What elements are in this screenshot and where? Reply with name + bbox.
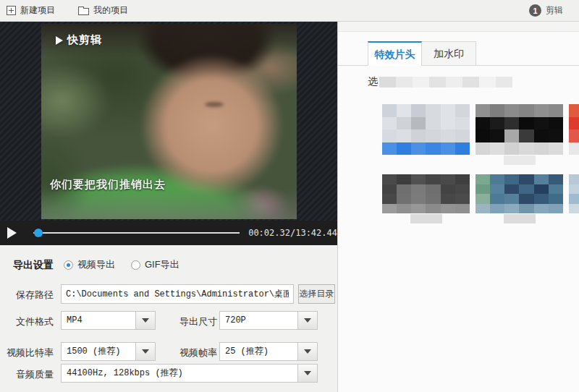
new-project-label: 新建项目 — [20, 4, 55, 17]
thumbnail-mosaic-image — [476, 174, 563, 213]
thumbnail-mosaic-image — [476, 104, 563, 155]
play-icon — [7, 227, 17, 239]
radio-gif-export[interactable]: GIF导出 — [131, 258, 179, 271]
top-bar: 新建项目 我的项目 1 剪辑 — [0, 0, 579, 22]
radio-unselected-icon — [131, 260, 140, 270]
intro-thumbnail-grid — [382, 104, 579, 223]
chevron-down-icon — [304, 318, 311, 323]
audio-quality-value: 44100Hz, 128kbps (推荐) — [62, 365, 297, 382]
save-path-label: 保存路径 — [0, 289, 54, 302]
play-logo-icon — [56, 36, 63, 45]
intro-thumbnail-6[interactable] — [569, 174, 579, 223]
audio-quality-dropdown[interactable]: 44100Hz, 128kbps (推荐) — [61, 364, 318, 383]
video-frame-detail — [205, 102, 224, 107]
step-number-badge: 1 — [529, 4, 541, 17]
export-size-dropdown[interactable]: 720P — [219, 311, 318, 330]
my-projects-button[interactable]: 我的项目 — [78, 4, 128, 17]
thumbnail-caption-mosaic — [410, 214, 442, 223]
play-button[interactable] — [0, 227, 23, 239]
video-framerate-dropdown[interactable]: 25 (推荐) — [219, 342, 318, 361]
video-bottom-gradient — [41, 189, 297, 219]
export-settings-title: 导出设置 — [0, 259, 54, 272]
export-settings-panel: 导出设置 视频导出 GIF导出 保存路径 — [0, 245, 337, 392]
thumbnail-mosaic-image — [382, 174, 470, 213]
effects-tabs: 特效片头 加水印 — [338, 41, 579, 66]
radio-selected-icon — [64, 260, 73, 270]
radio-video-label: 视频导出 — [77, 258, 115, 271]
thumbnail-mosaic-image — [569, 174, 579, 213]
intro-thumbnail-4[interactable] — [382, 174, 470, 223]
tab-watermark[interactable]: 加水印 — [422, 41, 476, 66]
player-stage: 快剪辑 你们要把我们推销出去 — [0, 22, 337, 221]
export-size-label: 导出尺寸 — [174, 315, 217, 328]
dropdown-arrow-button[interactable] — [297, 343, 317, 360]
chevron-down-icon — [304, 371, 311, 375]
intro-picker-label: 选 — [368, 75, 579, 88]
export-size-value: 720P — [220, 312, 297, 329]
watermark-text: 快剪辑 — [67, 33, 102, 47]
dropdown-arrow-button[interactable] — [135, 343, 155, 360]
dropdown-arrow-button[interactable] — [297, 365, 317, 382]
export-type-radio-group: 视频导出 GIF导出 — [64, 258, 195, 271]
chevron-down-icon — [142, 318, 149, 323]
file-format-dropdown[interactable]: MP4 — [61, 311, 156, 330]
seek-slider[interactable] — [33, 228, 240, 238]
tab-intro-effects[interactable]: 特效片头 — [368, 41, 422, 66]
video-bitrate-label: 视频比特率 — [0, 346, 54, 359]
thumbnail-row — [382, 174, 579, 223]
pixelated-label-mosaic — [379, 77, 512, 88]
dropdown-arrow-button[interactable] — [297, 312, 317, 329]
file-format-label: 文件格式 — [0, 315, 54, 328]
radio-video-export[interactable]: 视频导出 — [64, 258, 115, 271]
audio-quality-label: 音频质量 — [0, 368, 54, 381]
dropdown-arrow-button[interactable] — [135, 312, 155, 329]
thumbnail-mosaic-image — [569, 104, 579, 155]
seek-handle[interactable] — [34, 229, 43, 237]
time-display: 00:02.32/13:42.44 — [248, 228, 337, 238]
panel-top-strip — [338, 22, 579, 32]
step-label: 剪辑 — [546, 4, 563, 17]
my-projects-label: 我的项目 — [93, 4, 128, 17]
choose-directory-button[interactable]: 选择目录 — [298, 284, 335, 304]
video-bitrate-dropdown[interactable]: 1500 (推荐) — [61, 342, 156, 361]
file-format-value: MP4 — [62, 312, 135, 329]
save-path-input[interactable] — [61, 284, 294, 304]
thumbnail-caption-mosaic — [504, 214, 536, 223]
video-subtitle: 你们要把我们推销出去 — [50, 178, 166, 192]
app-watermark: 快剪辑 — [56, 33, 102, 47]
chevron-down-icon — [142, 349, 149, 354]
video-framerate-value: 25 (推荐) — [220, 343, 297, 360]
wizard-step-indicator: 1 剪辑 — [529, 4, 563, 17]
video-preview[interactable]: 快剪辑 你们要把我们推销出去 — [41, 24, 297, 219]
intro-thumbnail-5[interactable] — [476, 174, 563, 223]
chevron-down-icon — [304, 349, 311, 354]
picker-label-text: 选 — [368, 75, 378, 88]
effects-panel: 特效片头 加水印 选 — [338, 22, 579, 392]
intro-thumbnail-1[interactable] — [382, 104, 470, 165]
thumbnail-row — [382, 104, 579, 165]
video-bitrate-value: 1500 (推荐) — [62, 343, 135, 360]
thumbnail-caption-mosaic — [504, 155, 536, 165]
app-window: 新建项目 我的项目 1 剪辑 快剪辑 — [0, 0, 579, 392]
radio-gif-label: GIF导出 — [145, 258, 179, 271]
intro-thumbnail-3[interactable] — [569, 104, 579, 165]
folder-icon — [78, 8, 89, 15]
video-framerate-label: 视频帧率 — [174, 346, 217, 359]
player-control-bar: 00:02.32/13:42.44 — [0, 221, 337, 245]
intro-thumbnail-2[interactable] — [476, 104, 563, 165]
plus-square-icon — [7, 6, 16, 15]
new-project-button[interactable]: 新建项目 — [7, 4, 55, 17]
thumbnail-mosaic-image — [382, 104, 470, 155]
seek-track — [33, 232, 240, 234]
